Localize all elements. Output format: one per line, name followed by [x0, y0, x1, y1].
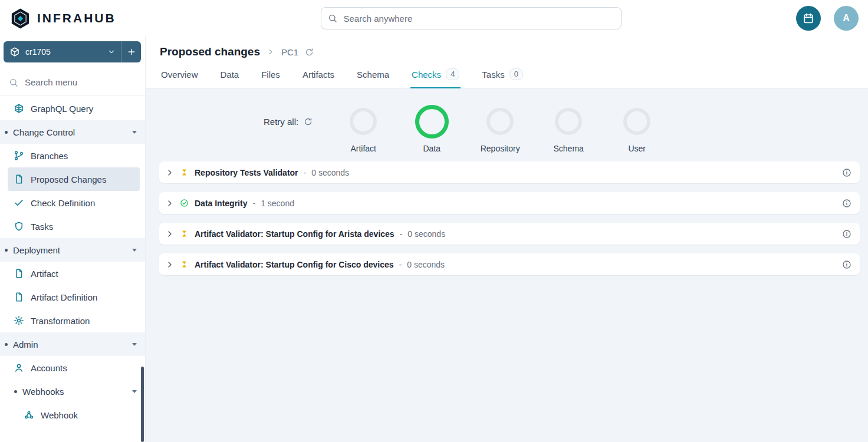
sidebar-item-label: GraphQL Query — [31, 104, 93, 114]
validator-label: User — [628, 144, 646, 153]
validator-label: Repository — [481, 144, 520, 153]
sidebar-item-check-definition[interactable]: Check Definition — [8, 191, 140, 215]
sidebar-item-proposed-changes[interactable]: Proposed Changes — [8, 167, 140, 191]
tab-label: Overview — [161, 70, 198, 80]
validator-ring-repository[interactable] — [486, 108, 514, 135]
chevron-right-icon[interactable] — [165, 168, 175, 177]
tab-schema[interactable]: Schema — [356, 68, 390, 88]
global-search-input[interactable] — [321, 7, 622, 29]
create-branch-button[interactable] — [121, 41, 141, 62]
sidebar-group-admin[interactable]: Admin — [0, 332, 145, 356]
info-icon[interactable] — [842, 229, 851, 239]
tab-data[interactable]: Data — [219, 68, 241, 88]
tab-artifacts[interactable]: Artifacts — [301, 68, 336, 88]
sidebar-group-change-control[interactable]: Change Control — [0, 120, 145, 144]
sidebar-item-label: Artifact Definition — [31, 292, 97, 302]
chevron-right-icon[interactable] — [165, 260, 175, 269]
sidebar-group-label: Webhooks — [22, 387, 132, 397]
queued-status-icon — [180, 229, 189, 238]
page-header: Proposed changes PC1 Overview Data Files… — [146, 37, 868, 88]
sidebar-item-artifact-definition[interactable]: Artifact Definition — [8, 285, 140, 309]
check-row-artifact-validator-arista[interactable]: Artifact Validator: Startup Config for A… — [159, 223, 860, 245]
check-duration: 0 seconds — [407, 260, 445, 269]
tab-label: Artifacts — [303, 70, 334, 80]
sidebar-nav: GraphQL Query Change Control Branches Pr… — [0, 96, 145, 442]
schedule-button[interactable] — [796, 6, 821, 31]
info-icon[interactable] — [842, 168, 851, 177]
tab-overview[interactable]: Overview — [160, 68, 199, 88]
sidebar-item-tasks[interactable]: Tasks — [8, 215, 140, 238]
sidebar-item-branches[interactable]: Branches — [8, 144, 140, 167]
bullet-icon — [5, 249, 8, 252]
sidebar-item-graphql-query[interactable]: GraphQL Query — [8, 97, 140, 120]
sidebar-scrollbar[interactable] — [141, 367, 144, 442]
info-icon[interactable] — [842, 199, 851, 208]
check-separator: - — [400, 229, 403, 239]
tab-label: Schema — [357, 70, 389, 80]
menu-search-input[interactable] — [24, 77, 124, 88]
sidebar-group-deployment[interactable]: Deployment — [0, 238, 145, 262]
check-title: Data Integrity — [195, 199, 247, 208]
validator-ring-user[interactable] — [623, 108, 650, 135]
app-logo[interactable]: INFRAHUB — [0, 8, 146, 29]
check-title: Artifact Validator: Startup Config for C… — [195, 260, 394, 269]
sidebar-group-label: Change Control — [13, 127, 132, 137]
queued-status-icon — [180, 168, 189, 177]
tab-files[interactable]: Files — [260, 68, 281, 88]
chevron-right-icon[interactable] — [165, 199, 175, 208]
check-row-artifact-validator-cisco[interactable]: Artifact Validator: Startup Config for C… — [159, 253, 860, 275]
sidebar-item-label: Check Definition — [31, 198, 95, 208]
webhook-icon — [24, 410, 34, 420]
search-icon — [9, 78, 18, 87]
file-icon — [14, 268, 24, 279]
validator-rings: Artifact Data Repository Schema — [329, 105, 671, 153]
bullet-icon — [14, 390, 17, 393]
validator-ring-data[interactable] — [415, 105, 449, 138]
chevron-right-icon — [267, 48, 275, 56]
sidebar-group-webhooks[interactable]: Webhooks — [0, 380, 145, 403]
global-search-area — [146, 7, 796, 29]
breadcrumb-current: PC1 — [281, 47, 298, 57]
sidebar-item-label: Transformation — [31, 316, 90, 326]
sidebar-item-transformation[interactable]: Transformation — [8, 309, 140, 332]
avatar[interactable]: A — [834, 6, 859, 31]
sidebar-item-webhook[interactable]: Webhook — [8, 403, 140, 427]
refresh-icon[interactable] — [305, 48, 314, 57]
tab-label: Data — [221, 70, 239, 80]
chevron-down-icon — [102, 48, 121, 56]
chevron-right-icon[interactable] — [165, 229, 175, 239]
top-bar: INFRAHUB A — [0, 0, 868, 37]
retry-all: Retry all: — [264, 105, 313, 138]
validator-label: Schema — [554, 144, 584, 153]
avatar-initial: A — [843, 13, 850, 24]
validator-repository: Repository — [466, 105, 534, 153]
check-duration: 0 seconds — [311, 168, 349, 177]
branch-icon — [14, 150, 24, 161]
tab-tasks[interactable]: Tasks 0 — [481, 68, 524, 88]
sidebar-item-label: Artifact — [31, 269, 58, 279]
info-icon[interactable] — [842, 260, 851, 269]
branch-selector[interactable]: cr1705 — [4, 41, 141, 62]
check-list: Repository Tests Validator - 0 seconds D… — [159, 161, 860, 275]
tab-checks[interactable]: Checks 4 — [410, 68, 461, 88]
check-icon — [14, 197, 24, 208]
validator-ring-artifact[interactable] — [350, 108, 377, 135]
validator-artifact: Artifact — [329, 105, 397, 153]
retry-all-refresh-icon[interactable] — [304, 117, 313, 126]
person-icon — [14, 362, 24, 373]
tab-badge: 0 — [509, 68, 523, 80]
check-row-data-integrity[interactable]: Data Integrity - 1 second — [159, 192, 860, 214]
check-duration: 0 seconds — [407, 229, 445, 239]
tab-label: Tasks — [482, 70, 504, 80]
tab-label: Checks — [412, 70, 441, 80]
check-row-repository-tests-validator[interactable]: Repository Tests Validator - 0 seconds — [159, 161, 860, 183]
sidebar-item-artifact[interactable]: Artifact — [8, 262, 140, 285]
branch-selector-label: cr1705 — [25, 47, 102, 57]
validator-user: User — [603, 105, 671, 153]
check-separator: - — [252, 199, 255, 208]
validator-ring-schema[interactable] — [555, 108, 582, 135]
tab-badge: 4 — [446, 68, 459, 80]
page-title[interactable]: Proposed changes — [160, 45, 260, 58]
sidebar-item-accounts[interactable]: Accounts — [8, 356, 140, 380]
global-search — [321, 7, 622, 29]
